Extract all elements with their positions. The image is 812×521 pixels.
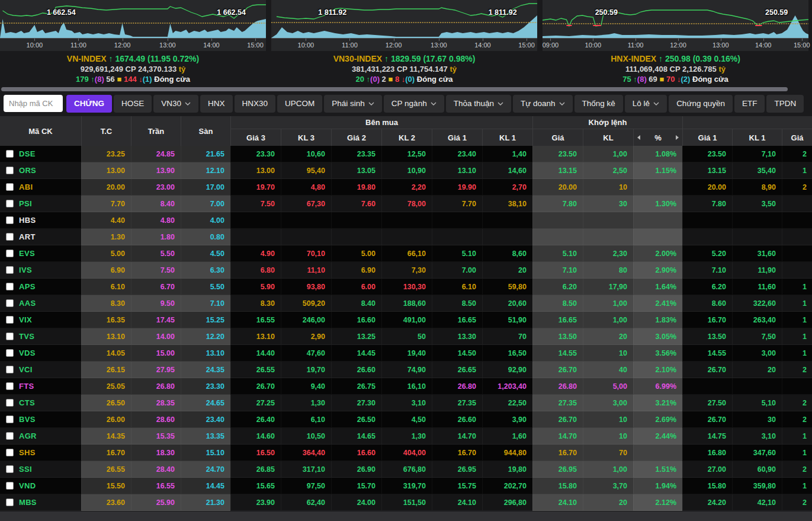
table-row-abi[interactable]: ABI20.0023.0017.0019.704,8019.802,2019.9… [0, 179, 812, 196]
row-checkbox[interactable] [6, 233, 14, 241]
table-row-evs[interactable]: EVS5.005.504.504.9070,105.0066,105.108,6… [0, 245, 812, 262]
match-percent: 1.30% [633, 196, 682, 212]
col-header-ceiling[interactable]: Trần [131, 116, 181, 146]
bid-vol2: 404,00 [381, 445, 432, 461]
ask-price2: 2 [782, 146, 812, 162]
charts-scrollbar-track[interactable] [0, 85, 812, 93]
row-checkbox[interactable] [6, 299, 14, 307]
row-checkbox[interactable] [6, 349, 14, 357]
table-row-bvs[interactable]: BVS26.0028.6023.4026.406,1026.504,5026.6… [0, 411, 812, 428]
table-row-vds[interactable]: VDS14.0515.0013.1014.4047,6014.4519,4014… [0, 345, 812, 362]
tab-chứng[interactable]: CHỨNG [66, 95, 112, 113]
table-row-ivs[interactable]: IVS6.907.506.306.8011,106.907,307.00207.… [0, 262, 812, 279]
table-row-agr[interactable]: AGR14.3515.3513.3514.6010,5014.651,3014.… [0, 428, 812, 445]
ceiling-price: 28.40 [131, 461, 181, 478]
bid-price2 [331, 212, 381, 229]
table-row-fts[interactable]: FTS25.0526.8023.3026.709,4026.7516,1026.… [0, 378, 812, 395]
tab-etf[interactable]: ETF [734, 95, 765, 113]
table-row-ors[interactable]: ORS13.0013.9012.1013.0095,4013.0510,9013… [0, 162, 812, 179]
row-checkbox[interactable] [6, 482, 14, 490]
table-row-tvs[interactable]: TVS13.1014.0012.2013.102,9013.255013.307… [0, 328, 812, 345]
tab-chứng-quyền[interactable]: Chứng quyền [669, 95, 733, 113]
row-checkbox[interactable] [6, 183, 14, 191]
col-header-bid-vol1[interactable]: KL 1 [482, 129, 532, 146]
row-checkbox[interactable] [6, 366, 14, 373]
match-percent: 3.21% [633, 395, 682, 411]
axis-tick [168, 39, 168, 41]
table-scrollbar-track[interactable] [0, 511, 812, 521]
col-header-reference[interactable]: T.C [81, 116, 131, 146]
row-checkbox[interactable] [6, 200, 14, 207]
row-checkbox[interactable] [6, 333, 14, 340]
table-row-psi[interactable]: PSI7.708.407.007.5067,307.6078,007.7038,… [0, 196, 812, 212]
bid-vol2: 188,60 [381, 295, 432, 312]
col-header-bid-vol3[interactable]: KL 3 [281, 129, 331, 146]
col-header-bid-price2[interactable]: Giá 2 [331, 129, 381, 146]
tab-thỏa-thuận[interactable]: Thỏa thuận [446, 95, 511, 113]
col-header-floor[interactable]: Sàn [181, 116, 230, 146]
tab-cp-ngành[interactable]: CP ngành [384, 95, 444, 113]
tab-thống-kê[interactable]: Thống kê [575, 95, 623, 113]
row-checkbox[interactable] [6, 382, 14, 390]
scroll-right-icon[interactable] [676, 135, 679, 140]
tab-hnx30[interactable]: HNX30 [235, 95, 276, 113]
reference-price: 26.55 [81, 461, 131, 478]
table-row-ssi[interactable]: SSI26.5528.4024.7026.85317,1026.90676,80… [0, 461, 812, 478]
bid-price2: 16.60 [331, 312, 381, 328]
tab-tự-doanh[interactable]: Tự doanh [513, 95, 573, 113]
match-vol [583, 212, 633, 229]
row-checkbox[interactable] [6, 465, 14, 473]
floor-price: 14.45 [181, 478, 230, 494]
row-checkbox[interactable] [6, 283, 14, 290]
col-header-bid-price1[interactable]: Giá 1 [432, 129, 482, 146]
row-checkbox[interactable] [6, 316, 14, 324]
tab-upcom[interactable]: UPCOM [277, 95, 322, 113]
table-row-cts[interactable]: CTS26.5028.3524.6527.251,3027.303,1027.3… [0, 395, 812, 411]
col-header-match-price[interactable]: Giá [532, 129, 583, 146]
col-header-ask-price2[interactable]: Giá [782, 129, 812, 146]
table-row-dse[interactable]: DSE23.2524.8521.6523.3010,6023.3512,5023… [0, 146, 812, 162]
table-row-vci[interactable]: VCI26.1527.9524.3526.5519,7026.6074,9026… [0, 362, 812, 378]
row-checkbox[interactable] [6, 432, 14, 440]
col-header-bid-vol2[interactable]: KL 2 [381, 129, 432, 146]
table-row-art[interactable]: ART1.301.800.80 [0, 229, 812, 245]
table-row-vnd[interactable]: VND15.5016.5514.4515.6597,5015.70319,701… [0, 478, 812, 494]
row-checkbox[interactable] [6, 399, 14, 407]
col-header-match-vol[interactable]: KL [583, 129, 633, 146]
table-row-aps[interactable]: APS6.106.705.505.9093,806.00130,306.1059… [0, 279, 812, 295]
tab-lô-lẻ[interactable]: Lô lẻ [625, 95, 667, 113]
tab-vn30[interactable]: VN30 [153, 95, 198, 113]
table-row-mbs[interactable]: MBS23.6025.9021.3023.9062,4024.00151,502… [0, 494, 812, 511]
table-row-aas[interactable]: AAS8.309.507.108.30509,208.40188,608.502… [0, 295, 812, 312]
tab-phái-sinh[interactable]: Phái sinh [324, 95, 382, 113]
table-row-shs[interactable]: SHS16.7018.3015.1016.50364,4016.60404,00… [0, 445, 812, 461]
tab-tpdn[interactable]: TPDN [766, 95, 804, 113]
col-header-symbol[interactable]: Mã CK [0, 116, 81, 146]
ticker-symbol: CTS [19, 398, 35, 407]
col-header-ask-vol1[interactable]: KL 1 [732, 129, 782, 146]
table-row-hbs[interactable]: HBS4.404.804.00 [0, 212, 812, 229]
col-header-bid-price3[interactable]: Giá 3 [230, 129, 281, 146]
ticker-symbol: AAS [19, 299, 36, 308]
bid-vol2: 78,00 [381, 196, 432, 212]
bid-vol3: 11,10 [281, 262, 331, 279]
tab-hnx[interactable]: HNX [200, 95, 233, 113]
row-checkbox[interactable] [6, 150, 14, 158]
search-input[interactable] [4, 95, 63, 112]
row-checkbox[interactable] [6, 250, 14, 257]
row-checkbox[interactable] [6, 266, 14, 274]
row-checkbox[interactable] [6, 449, 14, 456]
index-cap: 2,126.785 [682, 65, 717, 73]
scroll-left-icon[interactable] [637, 135, 640, 140]
index-volume-line: 381,431,223 CP 11,754.147 tỷ [271, 64, 537, 74]
tab-hose[interactable]: HOSE [114, 95, 152, 113]
charts-scrollbar-thumb[interactable] [1, 87, 788, 91]
col-header-ask-price1[interactable]: Giá 1 [682, 129, 732, 146]
row-checkbox[interactable] [6, 216, 14, 224]
row-checkbox[interactable] [6, 415, 14, 423]
table-row-vix[interactable]: VIX16.3517.4515.2516.55246,0016.60491,00… [0, 312, 812, 328]
price-table-body: DSE23.2524.8521.6523.3010,6023.3512,5023… [0, 146, 812, 511]
row-checkbox[interactable] [6, 167, 14, 174]
row-checkbox[interactable] [6, 498, 14, 506]
col-header-percent[interactable]: % [633, 129, 682, 146]
